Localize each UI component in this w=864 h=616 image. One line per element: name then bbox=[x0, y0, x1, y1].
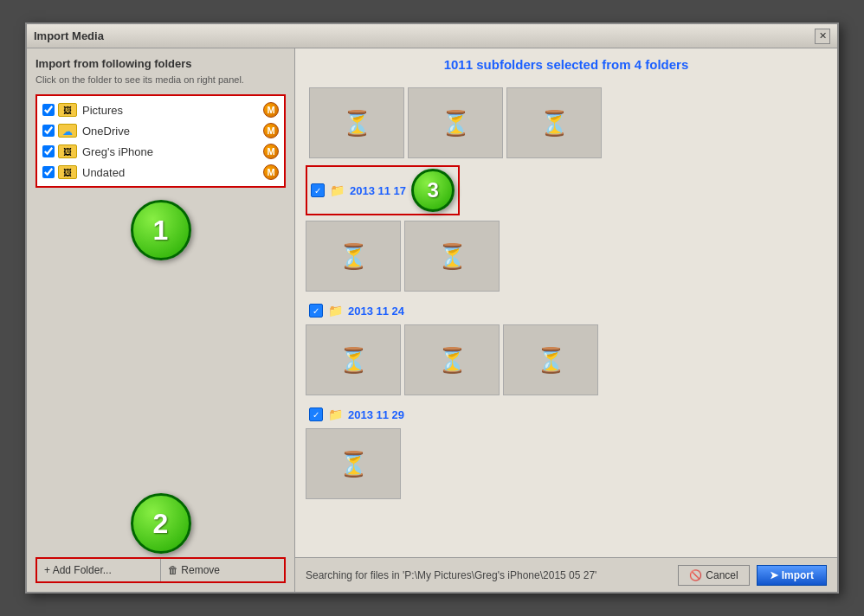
right-panel: 1011 subfolders selected from 4 folders … bbox=[295, 48, 837, 592]
folder-heading-icon-20131117: 📁 bbox=[330, 183, 345, 197]
folder-section-20131117: ✓ 📁 2013 11 17 3 ⏳ ⏳ bbox=[306, 165, 827, 292]
status-bar: Searching for files in 'P:\My Pictures\G… bbox=[295, 557, 837, 592]
folder-heading-20131124[interactable]: ✓ 📁 2013 11 24 bbox=[306, 302, 408, 319]
folder-label-onedrive: OneDrive bbox=[82, 125, 263, 138]
action-buttons: 🚫 Cancel ➤ Import bbox=[678, 565, 827, 586]
onedrive-folder-icon: ☁ bbox=[58, 124, 77, 138]
folder-heading-text-20131117: 2013 11 17 bbox=[350, 184, 406, 197]
annotation-badge-1: 1 bbox=[131, 200, 191, 260]
add-folder-button[interactable]: + Add Folder... bbox=[37, 559, 161, 581]
cancel-icon: 🚫 bbox=[689, 569, 702, 581]
import-label: Import bbox=[782, 569, 814, 581]
folder-badge-onedrive: M bbox=[263, 123, 279, 138]
folder-heading-text-20131124: 2013 11 24 bbox=[348, 305, 404, 318]
thumbnail-top-2: ⏳ bbox=[408, 87, 503, 158]
folder-checkbox-undated[interactable] bbox=[42, 166, 55, 178]
thumbnail-top-1: ⏳ bbox=[309, 87, 404, 158]
folder-checkbox-iphone[interactable] bbox=[42, 145, 55, 157]
folder-checkbox-pictures[interactable] bbox=[42, 104, 55, 116]
folder-badge-iphone: M bbox=[263, 144, 279, 159]
import-button[interactable]: ➤ Import bbox=[757, 565, 827, 586]
right-panel-content: ⏳ ⏳ ⏳ ✓ 📁 2013 11 17 bbox=[295, 80, 837, 557]
left-panel-title: Import from following folders bbox=[35, 57, 286, 70]
folder-badge-pictures: M bbox=[263, 102, 279, 118]
folder-thumbs-20131117: ⏳ ⏳ bbox=[306, 221, 827, 292]
folder-label-pictures: Pictures bbox=[82, 104, 263, 117]
status-text: Searching for files in 'P:\My Pictures\G… bbox=[306, 569, 678, 581]
folder-list: 🖼 Pictures M ☁ OneDrive M 🖼 Greg's iPhon… bbox=[35, 94, 286, 188]
folder-thumbs-20131124: ⏳ ⏳ ⏳ bbox=[306, 324, 827, 395]
thumbnail-20131129-1: ⏳ bbox=[306, 428, 401, 499]
folder-checkbox-onedrive[interactable] bbox=[42, 125, 55, 137]
annotation-badge-2: 2 bbox=[131, 493, 191, 554]
hourglass-icon-1: ⏳ bbox=[342, 109, 372, 138]
hourglass-icon-6: ⏳ bbox=[339, 346, 369, 375]
hourglass-icon-9: ⏳ bbox=[339, 450, 369, 478]
folder-check-20131129: ✓ bbox=[309, 407, 323, 421]
thumbnail-20131117-1: ⏳ bbox=[306, 221, 401, 292]
hourglass-icon-4: ⏳ bbox=[339, 242, 369, 271]
thumbnail-top-3: ⏳ bbox=[506, 87, 602, 158]
folder-label-undated: Undated bbox=[82, 166, 263, 179]
thumbnail-20131117-2: ⏳ bbox=[404, 221, 500, 292]
cancel-label: Cancel bbox=[706, 569, 738, 581]
left-panel-subtitle: Click on the folder to see its media on … bbox=[35, 74, 286, 86]
thumbnail-20131124-3: ⏳ bbox=[503, 324, 598, 395]
main-content: Import from following folders Click on t… bbox=[27, 48, 837, 592]
top-thumbnails: ⏳ ⏳ ⏳ bbox=[306, 87, 827, 158]
folder-heading-20131129[interactable]: ✓ 📁 2013 11 29 bbox=[306, 406, 408, 423]
folder-thumbs-20131129: ⏳ bbox=[306, 428, 827, 499]
folder-badge-undated: M bbox=[263, 164, 279, 180]
folder-check-20131124: ✓ bbox=[309, 304, 323, 318]
thumbnail-20131124-1: ⏳ bbox=[306, 324, 401, 395]
folder-heading-text-20131129: 2013 11 29 bbox=[348, 408, 404, 421]
import-media-dialog: Import Media ✕ Import from following fol… bbox=[25, 22, 839, 594]
thumbnail-20131124-2: ⏳ bbox=[404, 324, 500, 395]
folder-heading-icon-20131124: 📁 bbox=[328, 304, 343, 318]
folder-item-iphone[interactable]: 🖼 Greg's iPhone M bbox=[41, 141, 280, 162]
folder-item-onedrive[interactable]: ☁ OneDrive M bbox=[41, 120, 280, 141]
folder-section-20131124: ✓ 📁 2013 11 24 ⏳ ⏳ ⏳ bbox=[306, 302, 827, 395]
folder-item-pictures[interactable]: 🖼 Pictures M bbox=[41, 99, 280, 120]
undated-folder-icon: 🖼 bbox=[58, 165, 77, 179]
bottom-bar: + Add Folder... 🗑 Remove bbox=[35, 557, 286, 583]
hourglass-icon-5: ⏳ bbox=[437, 242, 467, 271]
hourglass-icon-3: ⏳ bbox=[539, 109, 570, 138]
folder-item-undated[interactable]: 🖼 Undated M bbox=[41, 162, 280, 183]
cancel-button[interactable]: 🚫 Cancel bbox=[678, 565, 749, 586]
import-arrow-icon: ➤ bbox=[770, 569, 778, 581]
folder-check-20131117: ✓ bbox=[311, 183, 325, 197]
dialog-title: Import Media bbox=[34, 29, 104, 42]
hourglass-icon-7: ⏳ bbox=[437, 346, 467, 375]
folder-heading-20131117[interactable]: ✓ 📁 2013 11 17 3 bbox=[306, 165, 460, 215]
pictures-folder-icon: 🖼 bbox=[58, 103, 77, 117]
folder-heading-icon-20131129: 📁 bbox=[328, 407, 343, 421]
title-bar: Import Media ✕ bbox=[27, 24, 837, 48]
annotation-badge-3: 3 bbox=[411, 169, 455, 212]
iphone-folder-icon: 🖼 bbox=[58, 144, 77, 158]
folder-section-20131129: ✓ 📁 2013 11 29 ⏳ bbox=[306, 406, 827, 499]
close-button[interactable]: ✕ bbox=[815, 29, 830, 44]
hourglass-icon-8: ⏳ bbox=[536, 346, 566, 375]
left-panel: Import from following folders Click on t… bbox=[27, 48, 295, 592]
remove-button[interactable]: 🗑 Remove bbox=[161, 559, 284, 581]
right-panel-header: 1011 subfolders selected from 4 folders bbox=[295, 48, 837, 80]
folder-label-iphone: Greg's iPhone bbox=[82, 145, 263, 158]
hourglass-icon-2: ⏳ bbox=[441, 109, 471, 138]
